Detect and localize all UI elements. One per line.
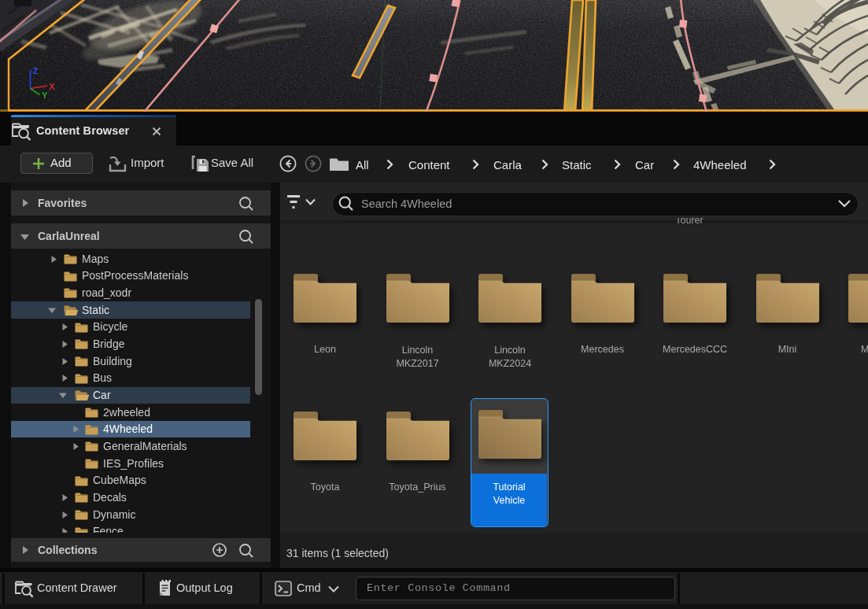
svg-text:Y: Y bbox=[42, 90, 48, 100]
svg-text:Z: Z bbox=[33, 66, 39, 76]
svg-text:X: X bbox=[50, 82, 56, 91]
